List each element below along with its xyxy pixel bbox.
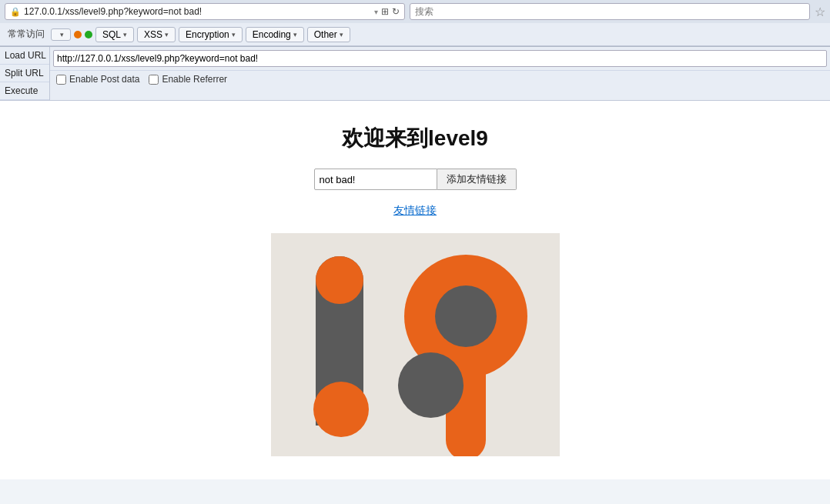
- url-text: 127.0.0.1/xss/level9.php?keyword=not bad…: [24, 6, 374, 17]
- hackbar-url-input[interactable]: [53, 50, 827, 67]
- logo-9-inner-circle: [435, 285, 497, 347]
- enable-referrer-checkbox[interactable]: [149, 75, 159, 85]
- friendship-link[interactable]: 友情链接: [393, 204, 437, 218]
- toolbar-dropdown-arrow-icon: ▾: [60, 31, 64, 38]
- page-title: 欢迎来到level9: [342, 124, 488, 153]
- other-menu-btn[interactable]: Other▾: [307, 27, 350, 42]
- enable-post-label[interactable]: Enable Post data: [56, 74, 139, 85]
- address-input-container[interactable]: 🔒 127.0.0.1/xss/level9.php?keyword=not b…: [5, 3, 405, 20]
- enable-post-text: Enable Post data: [69, 74, 139, 85]
- logo-image: [271, 233, 560, 456]
- sql-menu-btn[interactable]: SQL▾: [95, 27, 134, 42]
- enable-referrer-label[interactable]: Enable Referrer: [149, 74, 227, 85]
- hackbar-sidebar: Load URL Split URL Execute: [0, 47, 50, 100]
- hackbar: Load URL Split URL Execute Enable Post d…: [0, 47, 830, 101]
- browser-chrome: 🔒 127.0.0.1/xss/level9.php?keyword=not b…: [0, 0, 830, 47]
- dot-orange-icon: [74, 31, 82, 38]
- split-url-button[interactable]: Split URL: [0, 65, 49, 82]
- xss-menu-btn[interactable]: XSS▾: [137, 27, 176, 42]
- encryption-arrow-icon: ▾: [232, 31, 236, 38]
- logo-orange-bottom-circle: [313, 382, 369, 437]
- bookmark-star-icon[interactable]: ☆: [815, 5, 825, 19]
- add-link-button[interactable]: 添加友情链接: [437, 169, 517, 190]
- enable-post-checkbox[interactable]: [56, 75, 66, 85]
- url-dropdown-icon[interactable]: ▾: [374, 8, 378, 16]
- encoding-arrow-icon: ▾: [293, 31, 297, 38]
- dot-green-icon: [85, 31, 92, 38]
- xss-arrow-icon: ▾: [165, 31, 169, 38]
- main-content: 欢迎来到level9 添加友情链接 友情链接: [0, 101, 830, 479]
- keyword-input[interactable]: [314, 169, 437, 190]
- toolbar-dropdown-btn[interactable]: ▾: [51, 28, 71, 41]
- enable-referrer-text: Enable Referrer: [162, 74, 227, 85]
- grid-icon[interactable]: ⊞: [381, 6, 389, 17]
- nav-label: 常常访问: [5, 26, 48, 42]
- reload-button[interactable]: ↻: [392, 6, 400, 17]
- search-input[interactable]: [410, 3, 810, 20]
- logo-mid-circle: [398, 352, 464, 418]
- hackbar-main: Enable Post data Enable Referrer: [50, 47, 830, 100]
- other-arrow-icon: ▾: [340, 31, 343, 38]
- sql-arrow-icon: ▾: [123, 31, 127, 38]
- logo-l-dot: [316, 256, 363, 304]
- execute-button[interactable]: Execute: [0, 82, 49, 100]
- hackbar-url-row: [50, 47, 830, 71]
- load-url-button[interactable]: Load URL: [0, 47, 49, 65]
- keyword-input-row: 添加友情链接: [314, 169, 517, 190]
- encoding-menu-btn[interactable]: Encoding▾: [246, 27, 304, 42]
- toolbar: 常常访问 ▾ SQL▾ XSS▾ Encryption▾ Encoding▾ O…: [0, 23, 830, 46]
- hackbar-options-row: Enable Post data Enable Referrer: [50, 71, 830, 88]
- hackbar-panel: Load URL Split URL Execute Enable Post d…: [0, 47, 830, 100]
- address-bar: 🔒 127.0.0.1/xss/level9.php?keyword=not b…: [0, 0, 830, 23]
- lock-icon: 🔒: [10, 7, 21, 17]
- encryption-menu-btn[interactable]: Encryption▾: [179, 27, 243, 42]
